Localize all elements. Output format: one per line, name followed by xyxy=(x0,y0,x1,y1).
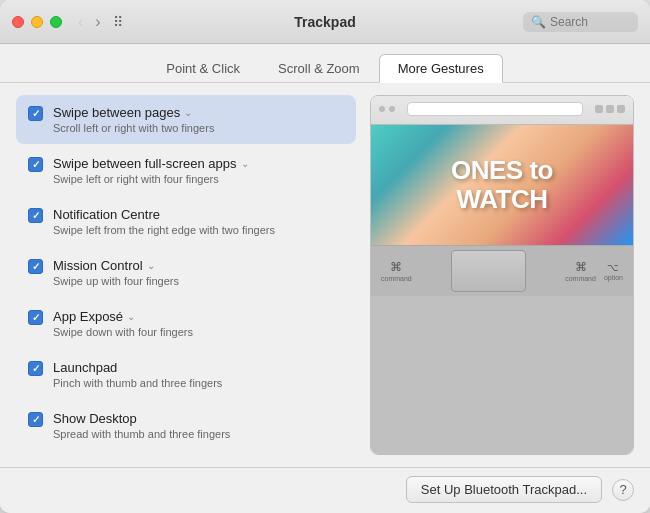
setting-title-app-expose: App Exposé ⌄ xyxy=(53,309,193,324)
setting-text-mission-control: Mission Control ⌄ Swipe up with four fin… xyxy=(53,258,179,287)
setting-text-notification-centre: Notification Centre Swipe left from the … xyxy=(53,207,275,236)
laptop-body: ⌘ command ⌘ command ⌥ option xyxy=(371,245,633,454)
preview-area: ONES to WATCH ⌘ command ⌘ xyxy=(370,95,634,455)
preview-image: ONES to WATCH xyxy=(371,125,633,245)
setting-title-mission-control: Mission Control ⌄ xyxy=(53,258,179,273)
browser-nav-dot-1 xyxy=(379,106,385,112)
setting-notification-centre[interactable]: Notification Centre Swipe left from the … xyxy=(16,197,356,246)
forward-button[interactable]: › xyxy=(91,12,104,32)
tab-scroll-zoom[interactable]: Scroll & Zoom xyxy=(259,54,379,83)
checkbox-notification-centre[interactable] xyxy=(28,208,43,223)
setting-swipe-fullscreen[interactable]: Swipe between full-screen apps ⌄ Swipe l… xyxy=(16,146,356,195)
setting-text-launchpad: Launchpad Pinch with thumb and three fin… xyxy=(53,360,222,389)
nav-buttons: ‹ › xyxy=(74,12,105,32)
bluetooth-trackpad-button[interactable]: Set Up Bluetooth Trackpad... xyxy=(406,476,602,503)
grid-icon: ⠿ xyxy=(113,14,123,30)
right-keys: ⌘ command ⌥ option xyxy=(565,260,623,282)
setting-launchpad[interactable]: Launchpad Pinch with thumb and three fin… xyxy=(16,350,356,399)
traffic-lights xyxy=(12,16,62,28)
setting-desc-swipe-pages: Scroll left or right with two fingers xyxy=(53,122,214,134)
browser-icon-2 xyxy=(606,105,614,113)
browser-toolbar xyxy=(379,102,625,116)
setting-text-swipe-pages: Swipe between pages ⌄ Scroll left or rig… xyxy=(53,105,214,134)
dropdown-arrow-0[interactable]: ⌄ xyxy=(184,107,192,118)
titlebar: ‹ › ⠿ Trackpad 🔍 xyxy=(0,0,650,44)
checkbox-app-expose[interactable] xyxy=(28,310,43,325)
back-button[interactable]: ‹ xyxy=(74,12,87,32)
setting-desc-app-expose: Swipe down with four fingers xyxy=(53,326,193,338)
setting-mission-control[interactable]: Mission Control ⌄ Swipe up with four fin… xyxy=(16,248,356,297)
checkbox-launchpad[interactable] xyxy=(28,361,43,376)
command-key-group-left: ⌘ command xyxy=(381,260,412,282)
dropdown-arrow-1[interactable]: ⌄ xyxy=(241,158,249,169)
browser-chrome xyxy=(371,96,633,125)
preview-browser: ONES to WATCH ⌘ command ⌘ xyxy=(371,96,633,454)
setting-desc-show-desktop: Spread with thumb and three fingers xyxy=(53,428,230,440)
main-window: ‹ › ⠿ Trackpad 🔍 Point & Click Scroll & … xyxy=(0,0,650,513)
setting-desc-launchpad: Pinch with thumb and three fingers xyxy=(53,377,222,389)
browser-icon-1 xyxy=(595,105,603,113)
setting-text-swipe-fullscreen: Swipe between full-screen apps ⌄ Swipe l… xyxy=(53,156,249,185)
setting-show-desktop[interactable]: Show Desktop Spread with thumb and three… xyxy=(16,401,356,450)
browser-icon-3 xyxy=(617,105,625,113)
settings-list: Swipe between pages ⌄ Scroll left or rig… xyxy=(16,95,356,455)
close-button[interactable] xyxy=(12,16,24,28)
command-label-right: command xyxy=(565,275,596,282)
setting-title-swipe-fullscreen: Swipe between full-screen apps ⌄ xyxy=(53,156,249,171)
setting-app-expose[interactable]: App Exposé ⌄ Swipe down with four finger… xyxy=(16,299,356,348)
setting-title-swipe-pages: Swipe between pages ⌄ xyxy=(53,105,214,120)
browser-nav-dot-2 xyxy=(389,106,395,112)
dropdown-arrow-3[interactable]: ⌄ xyxy=(147,260,155,271)
command-label-left: command xyxy=(381,275,412,282)
tab-point-click[interactable]: Point & Click xyxy=(147,54,259,83)
option-label: option xyxy=(604,274,623,281)
dropdown-arrow-4[interactable]: ⌄ xyxy=(127,311,135,322)
checkbox-swipe-pages[interactable] xyxy=(28,106,43,121)
browser-url-bar xyxy=(407,102,583,116)
setting-title-show-desktop: Show Desktop xyxy=(53,411,230,426)
setting-title-launchpad: Launchpad xyxy=(53,360,222,375)
search-box[interactable]: 🔍 xyxy=(523,12,638,32)
content-area: Swipe between pages ⌄ Scroll left or rig… xyxy=(0,83,650,467)
maximize-button[interactable] xyxy=(50,16,62,28)
keyboard-top-row: ⌘ command ⌘ command ⌥ option xyxy=(371,245,633,296)
checkbox-swipe-fullscreen[interactable] xyxy=(28,157,43,172)
setting-swipe-pages[interactable]: Swipe between pages ⌄ Scroll left or rig… xyxy=(16,95,356,144)
checkbox-mission-control[interactable] xyxy=(28,259,43,274)
help-button[interactable]: ? xyxy=(612,479,634,501)
tabbar: Point & Click Scroll & Zoom More Gesture… xyxy=(0,44,650,83)
option-key: ⌥ option xyxy=(604,262,623,281)
setting-desc-swipe-fullscreen: Swipe left or right with four fingers xyxy=(53,173,249,185)
checkbox-show-desktop[interactable] xyxy=(28,412,43,427)
footer: Set Up Bluetooth Trackpad... ? xyxy=(0,467,650,513)
window-title: Trackpad xyxy=(294,14,355,30)
setting-text-app-expose: App Exposé ⌄ Swipe down with four finger… xyxy=(53,309,193,338)
command-key-right: ⌘ command xyxy=(565,260,596,282)
tab-more-gestures[interactable]: More Gestures xyxy=(379,54,503,83)
search-input[interactable] xyxy=(550,15,630,29)
setting-desc-notification-centre: Swipe left from the right edge with two … xyxy=(53,224,275,236)
browser-action-icons xyxy=(595,105,625,113)
setting-title-notification-centre: Notification Centre xyxy=(53,207,275,222)
search-icon: 🔍 xyxy=(531,15,546,29)
minimize-button[interactable] xyxy=(31,16,43,28)
setting-text-show-desktop: Show Desktop Spread with thumb and three… xyxy=(53,411,230,440)
setting-desc-mission-control: Swipe up with four fingers xyxy=(53,275,179,287)
preview-headline: ONES to WATCH xyxy=(451,156,553,213)
trackpad-visual xyxy=(451,250,526,292)
